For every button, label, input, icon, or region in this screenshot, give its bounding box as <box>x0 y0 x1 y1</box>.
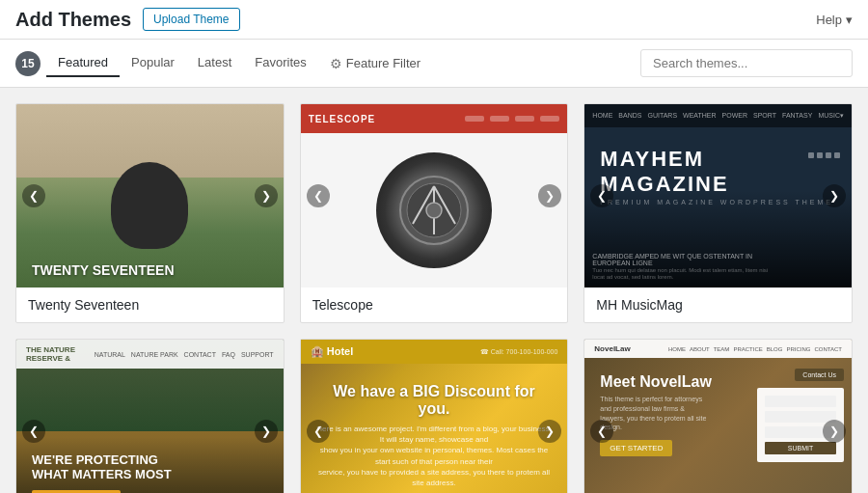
telescope-nav <box>465 116 559 122</box>
theme-preview-telescope: TELESCOPE <box>301 104 568 288</box>
chevron-left-icon: ❮ <box>313 189 323 203</box>
telescope-car-image <box>376 152 492 268</box>
telescope-header: TELESCOPE <box>301 104 568 133</box>
tab-featured[interactable]: Featured <box>46 49 120 77</box>
chevron-left-icon: ❮ <box>29 189 39 203</box>
theme-name: Telescope <box>312 297 556 313</box>
theme-card-twenty-seventeen[interactable]: ❮ ❯ Twenty Seventeen <box>15 103 285 323</box>
hotel-header: 🏨 Hotel ☎ Call: 700-100-100-000 <box>301 340 568 364</box>
novellaw-submit-label: SUBMIT <box>765 442 836 454</box>
novellaw-form-field-1 <box>765 396 836 407</box>
theme-prev-arrow[interactable]: ❮ <box>22 420 45 443</box>
theme-prev-arrow[interactable]: ❮ <box>307 184 330 207</box>
upload-theme-button[interactable]: Upload Theme <box>143 8 240 31</box>
chevron-down-icon: ▾ <box>846 13 853 27</box>
telescope-body <box>301 133 568 288</box>
theme-next-arrow[interactable]: ❯ <box>823 184 846 207</box>
chevron-right-icon: ❯ <box>829 425 839 438</box>
theme-preview-novellaw: NovelLaw HOMEABOUTTEAMPRACTICEBLOGPRICIN… <box>584 340 852 493</box>
hotel-big-text: We have a BIG Discount for you. <box>316 383 553 418</box>
theme-info: Telescope <box>301 288 568 322</box>
theme-next-arrow[interactable]: ❯ <box>255 420 278 443</box>
page-title: Add Themes <box>15 9 131 31</box>
page-header: Add Themes Upload Theme Help ▾ <box>0 0 868 40</box>
help-label: Help <box>816 13 842 27</box>
chevron-right-icon: ❯ <box>261 189 271 203</box>
mh-header-bar: HOMEBANDSGUITARSWEATHERPOWERSPORTFANTASY… <box>584 104 852 127</box>
theme-card-mh-musicmag[interactable]: HOMEBANDSGUITARSWEATHERPOWERSPORTFANTASY… <box>583 103 853 323</box>
filter-tabs: Featured Popular Latest Favorites ⚙ Feat… <box>46 49 432 77</box>
theme-preview-hotel: 🏨 Hotel ☎ Call: 700-100-100-000 We have … <box>301 340 568 493</box>
nature-nav: NATURALNATURE PARKCONTACTFAQSUPPORT <box>95 351 274 358</box>
novellaw-cta-button[interactable]: GET STARTED <box>600 440 672 456</box>
theme-preview-nature-reserve: THE NATURERESERVE & NATURALNATURE PARKCO… <box>16 340 284 493</box>
theme-prev-arrow[interactable]: ❮ <box>590 184 613 207</box>
chevron-right-icon: ❯ <box>261 425 271 438</box>
nature-overlay: WE'RE PROTECTINGWHAT MATTERS MOST FIND O… <box>16 437 284 493</box>
theme-prev-arrow[interactable]: ❮ <box>590 420 613 443</box>
mh-dots <box>808 152 840 158</box>
search-input[interactable] <box>640 49 853 77</box>
theme-prev-arrow[interactable]: ❮ <box>307 420 330 443</box>
nature-header: THE NATURERESERVE & NATURALNATURE PARKCO… <box>16 340 284 369</box>
theme-card-hotel[interactable]: 🏨 Hotel ☎ Call: 700-100-100-000 We have … <box>300 339 569 493</box>
theme-name: MH MusicMag <box>596 297 840 313</box>
chevron-right-icon: ❯ <box>545 189 555 203</box>
hotel-body: We have a BIG Discount for you. Here is … <box>301 364 568 493</box>
theme-name: Twenty Seventeen <box>28 297 272 313</box>
theme-prev-arrow[interactable]: ❮ <box>22 184 45 207</box>
mh-featured-image: CAMBRIDGE AMPED ME WIT QUE OSTENTANT IN … <box>584 191 852 288</box>
chevron-right-icon: ❯ <box>545 425 555 438</box>
theme-card-novellaw[interactable]: NovelLaw HOMEABOUTTEAMPRACTICEBLOGPRICIN… <box>583 339 853 493</box>
chevron-left-icon: ❮ <box>313 425 323 438</box>
theme-info: MH MusicMag <box>584 288 852 322</box>
gear-icon: ⚙ <box>330 56 342 71</box>
theme-card-nature-reserve[interactable]: THE NATURERESERVE & NATURALNATURE PARKCO… <box>15 339 285 493</box>
chevron-right-icon: ❯ <box>829 189 839 203</box>
filter-left: 15 Featured Popular Latest Favorites ⚙ F… <box>15 49 432 77</box>
mh-nav-items: HOMEBANDSGUITARSWEATHERPOWERSPORTFANTASY… <box>592 112 844 120</box>
nature-title: WE'RE PROTECTINGWHAT MATTERS MOST <box>32 452 268 482</box>
help-button[interactable]: Help ▾ <box>816 13 853 27</box>
theme-next-arrow[interactable]: ❯ <box>255 184 278 207</box>
theme-next-arrow[interactable]: ❯ <box>538 184 561 207</box>
theme-next-arrow[interactable]: ❯ <box>823 420 846 443</box>
theme-grid: ❮ ❯ Twenty Seventeen TELESCOPE <box>0 88 868 493</box>
theme-next-arrow[interactable]: ❯ <box>538 420 561 443</box>
chevron-left-icon: ❮ <box>29 425 39 438</box>
novellaw-header: NovelLaw HOMEABOUTTEAMPRACTICEBLOGPRICIN… <box>584 340 852 358</box>
mh-title: MAYHEM MAGAZINE <box>600 147 836 197</box>
mh-caption: CAMBRIDGE AMPED ME WIT QUE OSTENTANT IN … <box>592 253 768 280</box>
theme-preview-mh-musicmag: HOMEBANDSGUITARSWEATHERPOWERSPORTFANTASY… <box>584 104 852 288</box>
tab-popular[interactable]: Popular <box>120 49 186 77</box>
novellaw-contact-button[interactable]: Contact Us <box>795 369 844 381</box>
hotel-contact: ☎ Call: 700-100-100-000 <box>480 348 558 356</box>
novellaw-logo: NovelLaw <box>594 344 630 353</box>
hotel-sub-text: Here is an awesome project. I'm differen… <box>316 424 553 488</box>
feature-filter-button[interactable]: ⚙ Feature Filter <box>318 50 432 77</box>
filter-bar: 15 Featured Popular Latest Favorites ⚙ F… <box>0 40 868 88</box>
chevron-left-icon: ❮ <box>597 425 607 438</box>
novellaw-nav: HOMEABOUTTEAMPRACTICEBLOGPRICINGCONTACT <box>668 346 842 352</box>
tab-favorites[interactable]: Favorites <box>243 49 317 77</box>
header-left: Add Themes Upload Theme <box>15 8 240 31</box>
telescope-logo: TELESCOPE <box>309 114 376 124</box>
feature-filter-label: Feature Filter <box>346 56 420 70</box>
hotel-logo: 🏨 Hotel <box>311 345 354 358</box>
svg-point-5 <box>426 203 442 218</box>
theme-count-badge: 15 <box>15 51 41 76</box>
chevron-left-icon: ❮ <box>597 189 607 203</box>
theme-card-telescope[interactable]: TELESCOPE <box>300 103 569 323</box>
novellaw-form-field-2 <box>765 411 836 423</box>
theme-preview-twenty-seventeen: ❮ ❯ <box>16 104 284 288</box>
nature-logo: THE NATURERESERVE & <box>26 345 75 363</box>
tab-latest[interactable]: Latest <box>186 49 243 77</box>
theme-info: Twenty Seventeen <box>16 288 284 322</box>
